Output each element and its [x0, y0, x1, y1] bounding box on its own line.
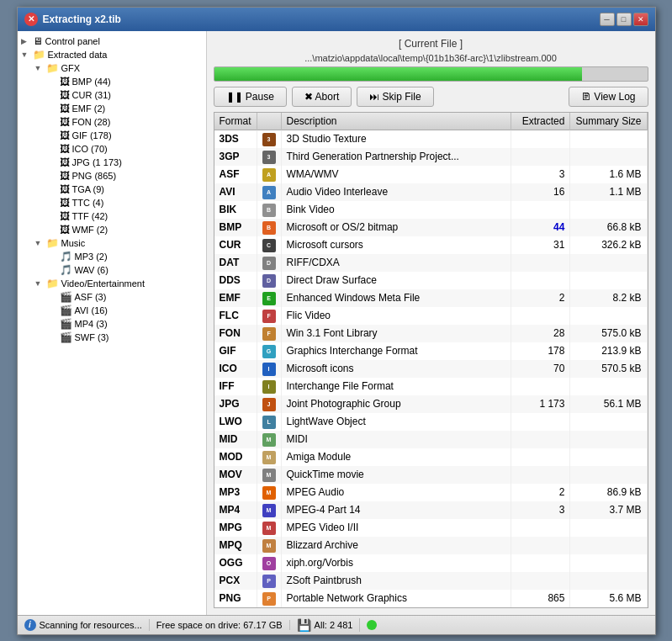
table-row[interactable]: MID M MIDI [214, 431, 648, 448]
sidebar-item[interactable]: 🖼 GIF (178) [18, 129, 206, 142]
description-cell: Flic Video [281, 307, 511, 325]
format-icon-cell: I [257, 378, 281, 395]
table-row[interactable]: IFF I Interchange File Format [214, 378, 648, 395]
sidebar-item[interactable]: 🖼 BMP (44) [18, 75, 206, 88]
sidebar-item[interactable]: 🎵 MP3 (2) [18, 250, 206, 263]
table-row[interactable]: LWO L LightWave Object [214, 413, 648, 431]
table-row[interactable]: CUR C Microsoft cursors 31 326.2 kB [214, 236, 648, 254]
format-cell: ICO [214, 360, 257, 378]
table-row[interactable]: GIF G Graphics Interchange Format 178 21… [214, 342, 648, 360]
sidebar-item[interactable]: 🖼 WMF (2) [18, 223, 206, 236]
sidebar-item[interactable]: 🖼 PNG (865) [18, 169, 206, 183]
scanning-text: Scanning for resources... [40, 620, 142, 630]
sidebar-item[interactable]: ▼ 📁 Music [18, 236, 206, 250]
table-row[interactable]: MPG M MPEG Video I/II [214, 519, 648, 537]
table-row[interactable]: BMP B Microsoft or OS/2 bitmap 44 66.8 k… [214, 219, 648, 236]
sidebar-item[interactable]: 🎬 MP4 (3) [18, 317, 206, 331]
table-row[interactable]: FON F Win 3.1 Font Library 28 575.0 kB [214, 325, 648, 342]
table-row[interactable]: PNG P Portable Network Graphics 865 5.6 … [214, 590, 648, 607]
minimize-button[interactable]: ─ [600, 13, 615, 26]
sidebar-item[interactable]: 🎬 AVI (16) [18, 304, 206, 317]
table-row[interactable]: MOD M Amiga Module [214, 448, 648, 466]
pause-button[interactable]: ❚❚ Pause [214, 87, 287, 107]
description-cell: RIFF/CDXA [281, 254, 511, 272]
table-row[interactable]: 3GP 3 Third Generation Partnership Proje… [214, 148, 648, 166]
extracted-cell: 1 173 [511, 395, 570, 413]
table-row[interactable]: BIK B Bink Video [214, 201, 648, 219]
table-row[interactable]: ICO I Microsoft icons 70 570.5 kB [214, 360, 648, 378]
description-cell: Graphics Interchange Format [281, 342, 511, 360]
sidebar-item[interactable]: 🖼 EMF (2) [18, 102, 206, 115]
format-cell: FLC [214, 307, 257, 325]
abort-button[interactable]: ✖ Abort [292, 87, 352, 107]
size-cell: 66.8 kB [570, 219, 647, 236]
current-file-path: ...\matzio\appdata\local\temp\{01b1b36f-… [304, 53, 557, 63]
info-icon: i [24, 619, 36, 631]
sidebar-item[interactable]: 🖼 TTF (42) [18, 209, 206, 223]
extracted-cell [511, 466, 570, 484]
table-row[interactable]: DAT D RIFF/CDXA [214, 254, 648, 272]
table-row[interactable]: PCX P ZSoft Paintbrush [214, 572, 648, 590]
table-row[interactable]: DDS D Direct Draw Surface [214, 272, 648, 289]
table-row[interactable]: MP3 M MPEG Audio 2 86.9 kB [214, 484, 648, 501]
format-icon-cell: M [257, 484, 281, 501]
sidebar-item[interactable]: 🎬 SWF (3) [18, 331, 206, 344]
table-row[interactable]: OGG O xiph.org/Vorbis [214, 554, 648, 572]
free-space-status: Free space on drive: 67.17 GB [156, 620, 290, 630]
description-cell: Enhanced Windows Meta File [281, 289, 511, 307]
format-cell: 3DS [214, 130, 257, 148]
extracted-cell [511, 554, 570, 572]
sidebar-item[interactable]: 🎵 WAV (6) [18, 263, 206, 277]
format-icon-cell: M [257, 431, 281, 448]
table-row[interactable]: EMF E Enhanced Windows Meta File 2 8.2 k… [214, 289, 648, 307]
view-log-button[interactable]: 🖹 View Log [569, 87, 648, 107]
table-row[interactable]: MPQ M Blizzard Archive [214, 537, 648, 554]
sidebar-item-label: Control panel [45, 36, 100, 46]
sidebar-item[interactable]: 🎬 ASF (3) [18, 290, 206, 304]
description-cell: Bink Video [281, 201, 511, 219]
table-row[interactable]: JPG J Joint Photographic Group 1 173 56.… [214, 395, 648, 413]
col-header-format: Format [214, 113, 257, 130]
sidebar-item[interactable]: 🖼 JPG (1 173) [18, 156, 206, 169]
description-cell: Portable Network Graphics [281, 590, 511, 607]
table-row[interactable]: 3DS 3 3D Studio Texture [214, 130, 648, 148]
description-cell: Win 3.1 Font Library [281, 325, 511, 342]
description-cell: MPEG Audio [281, 484, 511, 501]
format-cell: BIK [214, 201, 257, 219]
description-cell: Microsoft or OS/2 bitmap [281, 219, 511, 236]
sidebar-item[interactable]: 🖼 TGA (9) [18, 183, 206, 196]
col-header-extracted: Extracted [511, 113, 570, 130]
extracted-cell: 44 [511, 219, 570, 236]
table-row[interactable]: AVI A Audio Video Interleave 16 1.1 MB [214, 183, 648, 201]
sidebar-item[interactable]: ▼ 📁 GFX [18, 61, 206, 75]
table-row[interactable]: ASF A WMA/WMV 3 1.6 MB [214, 166, 648, 183]
format-icon-cell: M [257, 448, 281, 466]
sidebar-item[interactable]: 🖼 ICO (70) [18, 142, 206, 156]
format-cell: MOV [214, 466, 257, 484]
sidebar-item[interactable]: 🖼 CUR (31) [18, 88, 206, 102]
skip-file-button[interactable]: ⏭ Skip File [357, 87, 433, 107]
sidebar-item-label: PNG (865) [72, 171, 117, 181]
sidebar-item[interactable]: 🖼 FON (28) [18, 115, 206, 129]
sidebar-item[interactable]: 🖼 TTC (4) [18, 196, 206, 209]
extracted-cell: 3 [511, 501, 570, 519]
maximize-button[interactable]: □ [616, 13, 632, 26]
size-cell [570, 572, 647, 590]
sidebar-item[interactable]: ▼ 📁 Video/Entertainment [18, 277, 206, 290]
format-icon-cell: M [257, 501, 281, 519]
sidebar-item[interactable]: ▼ 📁 Extracted data [18, 48, 206, 61]
sidebar-item[interactable]: ▶ 🖥 Control panel [18, 34, 206, 48]
format-cell: MPG [214, 519, 257, 537]
table-row[interactable]: MP4 M MPEG-4 Part 14 3 3.7 MB [214, 501, 648, 519]
size-cell [570, 431, 647, 448]
format-icon-cell: P [257, 572, 281, 590]
format-cell: DDS [214, 272, 257, 289]
size-cell [570, 413, 647, 431]
table-row[interactable]: FLC F Flic Video [214, 307, 648, 325]
format-cell: GIF [214, 342, 257, 360]
size-cell [570, 201, 647, 219]
col-header-size: Summary Size [570, 113, 647, 130]
close-button[interactable]: ✕ [633, 13, 648, 26]
table-row[interactable]: MOV M QuickTime movie [214, 466, 648, 484]
size-cell: 570.5 kB [570, 360, 647, 378]
